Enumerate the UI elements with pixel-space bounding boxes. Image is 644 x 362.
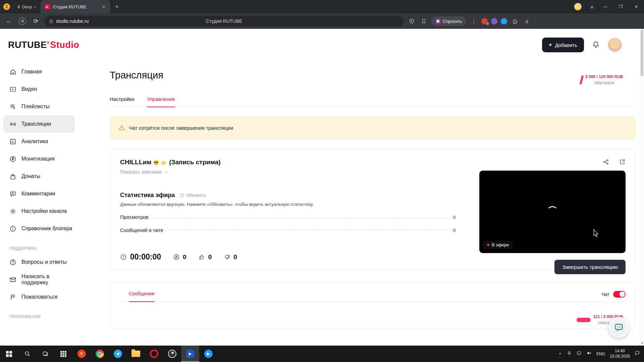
- sidebar-item-contact-support[interactable]: Написать в поддержку: [3, 271, 75, 288]
- sidebar-label: Аналитика: [21, 138, 48, 144]
- back-icon[interactable]: ←: [4, 16, 14, 26]
- scroll-down-icon[interactable]: ▼: [640, 342, 644, 345]
- share-icon[interactable]: [603, 159, 609, 165]
- window-minimize-button[interactable]: —: [598, 0, 613, 13]
- sidebar-item-playlists[interactable]: Плейлисты: [3, 98, 75, 115]
- loading-spinner-icon: [547, 206, 558, 218]
- browser-menu-icon[interactable]: ≡: [586, 4, 598, 10]
- bookmark-icon[interactable]: [419, 17, 428, 25]
- end-stream-button[interactable]: Завершить трансляцию: [554, 260, 626, 274]
- sidebar-item-channel-settings[interactable]: Настройки канала: [3, 202, 75, 220]
- media-player-taskbar-icon[interactable]: ▶: [181, 346, 199, 362]
- timer-value: 00:00:00: [130, 252, 161, 261]
- rutube-studio-logo[interactable]: RUTUBE’Studio: [8, 40, 79, 50]
- logo-mark: ’: [47, 40, 50, 50]
- tab-group-badge[interactable]: 1: [3, 3, 10, 10]
- sidebar-item-blogger-guide[interactable]: Справочник блогера: [3, 220, 75, 237]
- viewers-value: 0: [183, 253, 186, 261]
- start-button[interactable]: [0, 346, 18, 362]
- scrollbar-thumb[interactable]: [641, 29, 643, 76]
- viewers-stat: 0: [173, 253, 186, 261]
- tab-control[interactable]: Управление: [147, 96, 175, 107]
- chrome-taskbar-icon[interactable]: [91, 346, 109, 362]
- taskbar-clock[interactable]: 14:40 23.09.2025: [610, 349, 630, 359]
- open-external-icon[interactable]: [619, 159, 626, 165]
- sidebar-label: Пожаловаться: [21, 294, 57, 300]
- browser-tab-active[interactable]: ▶ Студия RUTUBE ✕: [41, 0, 110, 13]
- sidebar: Главная Видео Плейлисты Трансляции Анали…: [0, 61, 78, 346]
- volume-muted-icon[interactable]: [586, 351, 592, 357]
- yandex-browser-taskbar-icon[interactable]: Y: [72, 346, 91, 362]
- extension-icon[interactable]: [491, 18, 497, 24]
- sidebar-item-home[interactable]: Главная: [3, 63, 75, 80]
- file-explorer-taskbar-icon[interactable]: [127, 346, 145, 362]
- extension-icon[interactable]: 2: [481, 18, 488, 24]
- obs-taskbar-icon[interactable]: [163, 346, 181, 362]
- page-scrollbar[interactable]: ▼: [640, 29, 644, 346]
- rutube-favicon-icon: ▶: [45, 4, 50, 9]
- address-bar[interactable]: studio.rutube.ru Студия RUTUBE: [44, 16, 404, 26]
- sidebar-item-analytics[interactable]: Аналитика: [3, 133, 75, 150]
- chat-toggle[interactable]: [613, 291, 626, 298]
- microphone-icon[interactable]: [567, 351, 572, 357]
- stream-preview-video[interactable]: В эфире: [479, 171, 626, 253]
- task-view-button[interactable]: [36, 346, 54, 362]
- alice-ask-button[interactable]: Спросить: [431, 16, 466, 26]
- tab-messages[interactable]: Сообщения: [129, 291, 154, 302]
- action-center-icon[interactable]: [635, 351, 640, 357]
- rutube-studio-page: RUTUBE’Studio + Добавить Главная Видео: [0, 29, 644, 346]
- sidebar-label: Написать в поддержку: [21, 274, 75, 286]
- extensions-puzzle-icon[interactable]: [511, 17, 519, 25]
- clock-date: 23.09.2025: [610, 354, 630, 359]
- sidebar-item-report[interactable]: Пожаловаться: [3, 288, 75, 306]
- tray-chevron-icon[interactable]: [558, 351, 562, 357]
- sidebar-label: Монетизация: [21, 156, 55, 162]
- sidebar-label: Комментарии: [21, 191, 55, 197]
- likes-stat: 0: [199, 253, 212, 261]
- playlist-icon: [9, 103, 16, 110]
- network-icon[interactable]: [576, 351, 582, 357]
- user-avatar[interactable]: [608, 38, 622, 52]
- tab-title: Студия RUTUBE: [53, 4, 98, 9]
- tab-group-dexp[interactable]: 0 Dexp ▾: [13, 0, 41, 13]
- taskbar-search-button[interactable]: [18, 346, 36, 362]
- telegram-taskbar-icon[interactable]: [109, 346, 127, 362]
- refresh-icon[interactable]: ⟳: [31, 16, 41, 26]
- tab-close-icon[interactable]: ✕: [101, 4, 106, 9]
- sidebar-item-monetization[interactable]: Монетизация: [3, 150, 75, 168]
- url-text: studio.rutube.ru: [56, 18, 89, 24]
- video-app-taskbar-icon[interactable]: ▶: [199, 346, 217, 362]
- add-button[interactable]: + Добавить: [542, 38, 584, 52]
- browser-tabstrip: 1 0 Dexp ▾ ▶ Студия RUTUBE ✕ + ≡ — ❐ ✕: [0, 0, 644, 13]
- tab-settings[interactable]: Настройки: [110, 96, 135, 107]
- opera-taskbar-icon[interactable]: [145, 346, 163, 362]
- language-indicator[interactable]: ENG: [596, 352, 605, 356]
- sidebar-label: Плейлисты: [21, 104, 50, 110]
- system-tray: ENG 14:40 23.09.2025: [554, 346, 644, 362]
- goal-progress-icon: [577, 318, 591, 322]
- extension-icon[interactable]: [501, 18, 507, 24]
- browser-profile-avatar[interactable]: [574, 3, 582, 10]
- sidebar-item-video[interactable]: Видео: [3, 80, 75, 98]
- window-close-button[interactable]: ✕: [629, 0, 644, 13]
- live-badge: В эфире: [483, 241, 513, 249]
- refresh-label: Обновить: [186, 193, 206, 198]
- sidebar-item-streams[interactable]: Трансляции: [3, 115, 75, 133]
- sidebar-item-comments[interactable]: Комментарии: [3, 185, 75, 202]
- widgets-button[interactable]: [54, 346, 72, 362]
- refresh-stats-button[interactable]: Обновить: [179, 193, 206, 198]
- omnibox-page-title: Студия RUTUBE: [44, 18, 404, 24]
- sidebar-item-donations[interactable]: Донаты: [3, 168, 75, 185]
- sidebar-section-support: ПОДДЕРЖКА: [0, 246, 78, 251]
- support-chat-fab[interactable]: [608, 317, 629, 338]
- notifications-bell-icon[interactable]: [592, 41, 600, 50]
- new-tab-button[interactable]: +: [110, 3, 123, 10]
- protect-shield-icon[interactable]: [407, 17, 416, 25]
- window-restore-button[interactable]: ❐: [613, 0, 629, 13]
- show-description-link[interactable]: Показать описание: [120, 169, 168, 175]
- sidebar-item-faq[interactable]: Вопросы и ответы: [3, 253, 75, 271]
- yandex-services-icon[interactable]: Я: [17, 16, 28, 26]
- kebab-menu-icon[interactable]: ⋮: [469, 17, 478, 25]
- downloads-icon[interactable]: [523, 17, 531, 25]
- metric-row-chat-messages: Сообщений в чате 0: [120, 227, 455, 233]
